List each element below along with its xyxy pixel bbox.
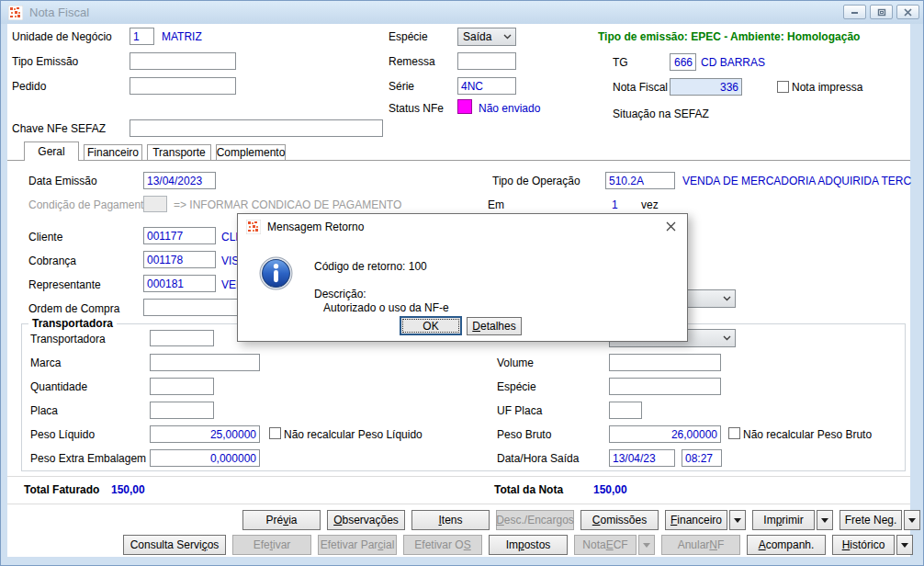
pedido-input[interactable] bbox=[130, 77, 236, 95]
financeiro-button[interactable]: Financeiro bbox=[665, 510, 727, 530]
tipo-emissao-input[interactable] bbox=[130, 52, 236, 70]
frete-neg-menu-arrow[interactable] bbox=[904, 510, 920, 530]
especie-value: Saída bbox=[463, 30, 491, 43]
tipo-operacao-input[interactable] bbox=[605, 172, 675, 189]
tab-complemento[interactable]: Complemento bbox=[216, 144, 286, 160]
chave-label: Chave NFe SEFAZ bbox=[12, 122, 106, 135]
volume-label: Volume bbox=[497, 357, 534, 369]
titlebar[interactable]: Nota Fiscal bbox=[1, 1, 923, 24]
nota-ecf-menu-arrow bbox=[638, 535, 655, 555]
menu-arrow-icon bbox=[901, 543, 908, 548]
acompanh-button[interactable]: Acompanh. bbox=[747, 535, 826, 555]
menu-arrow-icon bbox=[821, 518, 828, 523]
imprimir-button[interactable]: Imprimir bbox=[752, 510, 815, 530]
quantidade-label: Quantidade bbox=[30, 380, 87, 393]
uf-placa-input[interactable] bbox=[609, 402, 642, 419]
cliente-input[interactable] bbox=[143, 227, 216, 244]
ordem-compra-label: Ordem de Compra bbox=[28, 302, 119, 315]
dialog-desc-text: Autorizado o uso da NF-e bbox=[323, 301, 449, 314]
unidade-label: Unidade de Negócio bbox=[12, 30, 112, 43]
especie-label: Espécie bbox=[389, 30, 428, 43]
chave-input[interactable] bbox=[130, 119, 383, 137]
data-emissao-input[interactable] bbox=[143, 172, 216, 189]
cliente-label: Cliente bbox=[28, 231, 62, 243]
close-icon bbox=[904, 8, 912, 17]
restore-button[interactable] bbox=[870, 5, 893, 19]
totals-divider-bottom bbox=[7, 504, 910, 504]
app-icon bbox=[8, 6, 23, 20]
nao-recalcular-peso-bruto-label: Não recalcular Peso Bruto bbox=[743, 428, 872, 441]
tab-transporte[interactable]: Transporte bbox=[147, 144, 211, 160]
action-row-2: Consulta Serviços Efetivar Efetivar Parc… bbox=[123, 535, 913, 555]
observacoes-button[interactable]: Observações bbox=[327, 510, 405, 530]
peso-extra-input[interactable] bbox=[150, 449, 260, 467]
em-label: Em bbox=[488, 198, 504, 211]
status-nfe-label: Status NFe bbox=[389, 102, 444, 115]
representante-input[interactable] bbox=[143, 275, 216, 292]
dialog-titlebar[interactable]: Mensagem Retorno bbox=[238, 214, 687, 239]
marca-input[interactable] bbox=[150, 354, 260, 371]
placa-label: Placa bbox=[30, 404, 58, 417]
minimize-button[interactable] bbox=[843, 5, 866, 19]
minimize-icon bbox=[851, 8, 859, 17]
historico-button[interactable]: Histórico bbox=[832, 535, 895, 555]
especie-combo[interactable]: Saída bbox=[457, 28, 516, 46]
tab-strip-line bbox=[7, 160, 910, 161]
nota-fiscal-window: Nota Fiscal Unidade de Negócio MATRIZ Ti… bbox=[0, 0, 924, 566]
hora-saida-input[interactable] bbox=[682, 449, 722, 467]
data-hora-saida-label: Data/Hora Saída bbox=[497, 452, 579, 465]
unidade-input[interactable] bbox=[130, 28, 154, 45]
ok-button[interactable]: OK bbox=[400, 316, 462, 335]
nao-recalcular-peso-liquido-checkbox[interactable] bbox=[269, 427, 281, 439]
tab-financeiro[interactable]: Financeiro bbox=[84, 144, 142, 160]
tg-input[interactable] bbox=[670, 53, 696, 71]
unidade-desc: MATRIZ bbox=[162, 30, 202, 43]
nota-ecf-button: Nota ECF bbox=[574, 535, 637, 555]
imprimir-menu-arrow[interactable] bbox=[817, 510, 833, 530]
cobranca-input[interactable] bbox=[143, 251, 216, 268]
emissao-banner: Tipo de emissão: EPEC - Ambiente: Homolo… bbox=[598, 30, 860, 43]
quantidade-input[interactable] bbox=[150, 378, 214, 395]
volume-input[interactable] bbox=[609, 354, 721, 371]
restore-icon bbox=[877, 8, 886, 17]
total-da-nota-value: 150,00 bbox=[593, 483, 627, 496]
consulta-servicos-button[interactable]: Consulta Serviços bbox=[123, 535, 226, 555]
total-da-nota-label: Total da Nota bbox=[494, 483, 563, 496]
tipo-operacao-desc: VENDA DE MERCADORIA ADQUIRIDA TERC bbox=[682, 175, 911, 187]
detalhes-button[interactable]: Detalhes bbox=[467, 317, 522, 335]
nota-impressa-label: Nota impressa bbox=[792, 81, 862, 94]
nota-impressa-checkbox[interactable] bbox=[777, 81, 789, 93]
peso-liquido-input[interactable] bbox=[150, 425, 260, 443]
impostos-button[interactable]: Impostos bbox=[489, 535, 568, 555]
remessa-input[interactable] bbox=[457, 52, 516, 70]
remessa-label: Remessa bbox=[389, 55, 435, 68]
close-button[interactable] bbox=[896, 5, 919, 19]
nao-recalcular-peso-bruto-checkbox[interactable] bbox=[728, 427, 740, 439]
comissoes-button[interactable]: Comissões bbox=[580, 510, 659, 530]
condicao-pagamento-label: Condição de Pagamento bbox=[28, 198, 150, 211]
tg-desc: CD BARRAS bbox=[701, 56, 765, 69]
previa-button[interactable]: Prévia bbox=[242, 510, 321, 530]
dialog-close-button[interactable] bbox=[654, 214, 687, 239]
situacao-sefaz-label: Situação na SEFAZ bbox=[613, 108, 709, 120]
serie-input[interactable] bbox=[457, 77, 516, 95]
menu-arrow-icon bbox=[734, 518, 741, 523]
transportadora-group-label: Transportadora bbox=[28, 317, 117, 330]
transportadora-input[interactable] bbox=[150, 330, 214, 346]
chevron-down-icon bbox=[723, 296, 731, 301]
tab-geral[interactable]: Geral bbox=[24, 142, 79, 161]
data-saida-input[interactable] bbox=[609, 449, 675, 467]
nota-fiscal-input[interactable] bbox=[670, 78, 742, 96]
financeiro-menu-arrow[interactable] bbox=[729, 510, 746, 530]
historico-menu-arrow[interactable] bbox=[896, 535, 913, 555]
peso-extra-label: Peso Extra Embalagem bbox=[30, 452, 146, 465]
em-unit: vez bbox=[641, 198, 659, 211]
frete-neg-button[interactable]: Frete Neg. bbox=[839, 510, 902, 530]
especie-transporte-input[interactable] bbox=[609, 378, 721, 395]
nao-recalcular-peso-liquido-label: Não recalcular Peso Líquido bbox=[284, 428, 423, 441]
placa-input[interactable] bbox=[150, 402, 214, 419]
status-nfe-value: Não enviado bbox=[479, 102, 540, 115]
itens-button[interactable]: Itens bbox=[411, 510, 490, 530]
mensagem-retorno-dialog: Mensagem Retorno Código de retorno: 100 … bbox=[237, 213, 688, 342]
peso-bruto-input[interactable] bbox=[609, 425, 721, 443]
